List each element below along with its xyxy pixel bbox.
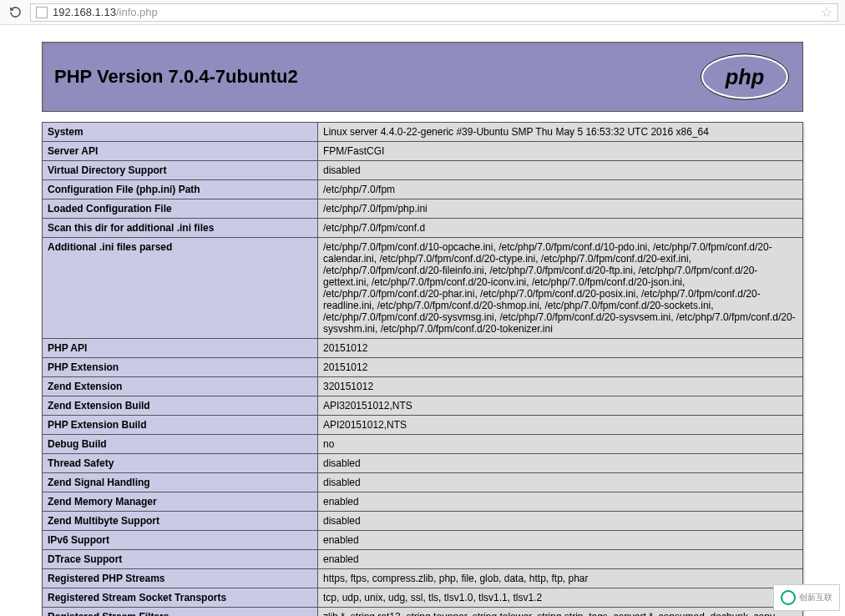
row-value: enabled [318, 531, 803, 550]
row-value: zlib.*, string.rot13, string.toupper, st… [318, 608, 803, 617]
row-value: enabled [318, 550, 803, 569]
row-value: API320151012,NTS [318, 396, 803, 416]
phpinfo-table: SystemLinux server 4.4.0-22-generic #39-… [42, 122, 803, 616]
table-row: Zend Signal Handlingdisabled [43, 473, 803, 492]
table-row: Zend Extension320151012 [43, 377, 803, 396]
svg-text:php: php [725, 65, 764, 88]
row-key: Registered PHP Streams [43, 569, 318, 588]
row-key: Additional .ini files parsed [43, 238, 318, 339]
row-value: https, ftps, compress.zlib, php, file, g… [318, 569, 803, 588]
table-row: Thread Safetydisabled [43, 454, 803, 473]
watermark-icon [781, 590, 796, 605]
bookmark-star-icon[interactable]: ☆ [821, 4, 832, 20]
row-key: Zend Memory Manager [43, 492, 318, 512]
row-key: Scan this dir for additional .ini files [43, 219, 318, 238]
page-icon [36, 7, 48, 18]
row-key: IPv6 Support [43, 531, 318, 550]
row-key: Zend Extension [43, 377, 318, 396]
row-value: API20151012,NTS [318, 416, 803, 435]
row-value: disabled [318, 454, 803, 473]
watermark-badge: 创新互联 [773, 584, 840, 611]
phpinfo-header: PHP Version 7.0.4-7ubuntu2 php [42, 42, 803, 112]
browser-toolbar: 192.168.1.13/info.php ☆ [0, 0, 845, 25]
phpinfo-tbody: SystemLinux server 4.4.0-22-generic #39-… [43, 123, 803, 617]
row-key: PHP Extension [43, 358, 318, 377]
table-row: Configuration File (php.ini) Path/etc/ph… [43, 180, 803, 199]
table-row: Server APIFPM/FastCGI [43, 142, 803, 161]
row-key: System [43, 123, 318, 142]
reload-icon [9, 6, 22, 18]
row-key: Configuration File (php.ini) Path [43, 180, 318, 199]
row-value: disabled [318, 512, 803, 531]
row-value: Linux server 4.4.0-22-generic #39-Ubuntu… [318, 123, 803, 142]
row-key: Zend Signal Handling [43, 473, 318, 492]
reload-button[interactable] [7, 4, 23, 21]
table-row: Loaded Configuration File/etc/php/7.0/fp… [43, 199, 803, 219]
table-row: PHP Extension BuildAPI20151012,NTS [43, 416, 803, 435]
row-key: Thread Safety [43, 454, 318, 473]
row-value: disabled [318, 161, 803, 180]
table-row: Virtual Directory Supportdisabled [43, 161, 803, 180]
table-row: Zend Multibyte Supportdisabled [43, 512, 803, 531]
table-row: SystemLinux server 4.4.0-22-generic #39-… [43, 123, 803, 142]
row-key: Zend Extension Build [43, 396, 318, 416]
row-value: enabled [318, 492, 803, 512]
row-value: disabled [318, 473, 803, 492]
php-logo-icon: php [699, 53, 791, 101]
row-key: PHP Extension Build [43, 416, 318, 435]
table-row: Registered Stream Socket Transportstcp, … [43, 588, 803, 608]
table-row: Scan this dir for additional .ini files/… [43, 219, 803, 238]
table-row: PHP API20151012 [43, 339, 803, 358]
row-key: Virtual Directory Support [43, 161, 318, 180]
table-row: Debug Buildno [43, 435, 803, 454]
row-value: /etc/php/7.0/fpm [318, 180, 803, 199]
row-key: Server API [43, 142, 318, 161]
row-key: DTrace Support [43, 550, 318, 569]
table-row: Registered PHP Streamshttps, ftps, compr… [43, 569, 803, 588]
row-value: FPM/FastCGI [318, 142, 803, 161]
table-row: PHP Extension20151012 [43, 358, 803, 377]
row-value: /etc/php/7.0/fpm/conf.d/10-opcache.ini, … [318, 238, 803, 339]
row-value: 20151012 [318, 339, 803, 358]
table-row: IPv6 Supportenabled [43, 531, 803, 550]
row-key: Registered Stream Socket Transports [43, 588, 318, 608]
row-key: PHP API [43, 339, 318, 358]
page-content: PHP Version 7.0.4-7ubuntu2 php SystemLin… [0, 25, 845, 616]
row-value: 20151012 [318, 358, 803, 377]
watermark-text: 创新互联 [799, 592, 832, 603]
row-value: tcp, udp, unix, udg, ssl, tls, tlsv1.0, … [318, 588, 803, 608]
row-key: Loaded Configuration File [43, 199, 318, 219]
row-value: /etc/php/7.0/fpm/conf.d [318, 219, 803, 238]
row-key: Debug Build [43, 435, 318, 454]
table-row: Registered Stream Filterszlib.*, string.… [43, 608, 803, 617]
table-row: DTrace Supportenabled [43, 550, 803, 569]
url-text: 192.168.1.13/info.php [53, 6, 158, 18]
table-row: Zend Extension BuildAPI320151012,NTS [43, 396, 803, 416]
row-value: /etc/php/7.0/fpm/php.ini [318, 199, 803, 219]
row-key: Zend Multibyte Support [43, 512, 318, 531]
url-bar[interactable]: 192.168.1.13/info.php ☆ [30, 3, 838, 22]
row-value: 320151012 [318, 377, 803, 396]
row-key: Registered Stream Filters [43, 608, 318, 617]
table-row: Additional .ini files parsed/etc/php/7.0… [43, 238, 803, 339]
table-row: Zend Memory Managerenabled [43, 492, 803, 512]
row-value: no [318, 435, 803, 454]
php-version-title: PHP Version 7.0.4-7ubuntu2 [54, 66, 298, 88]
